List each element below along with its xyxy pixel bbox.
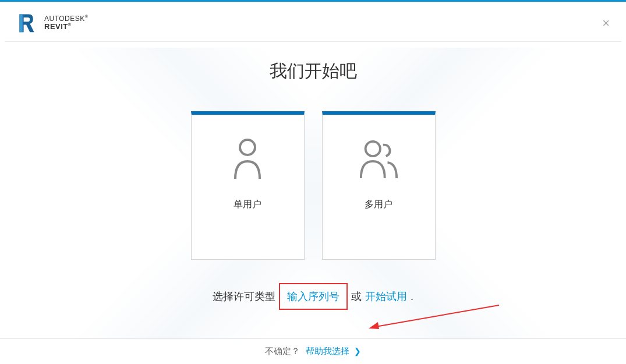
footer-unsure: 不确定？ (265, 346, 300, 356)
brand-revit: REVIT® (44, 23, 88, 31)
multi-user-label: 多用户 (365, 199, 392, 211)
close-icon[interactable]: × (602, 17, 610, 30)
svg-point-0 (240, 140, 255, 155)
main-content: 我们开始吧 单用户 多用户 选择许可类型 (0, 42, 626, 310)
svg-point-1 (366, 142, 380, 156)
license-or: 或 (351, 289, 362, 303)
chevron-right-icon: ❯ (354, 347, 361, 356)
license-type-row: 选择许可类型 输入序列号 或 开始试用. (0, 283, 626, 310)
annotation-highlight-box: 输入序列号 (279, 283, 348, 310)
license-prefix: 选择许可类型 (213, 289, 275, 303)
svg-marker-3 (369, 322, 379, 329)
header: AUTODESK® REVIT® × (0, 2, 626, 41)
enter-serial-link[interactable]: 输入序列号 (287, 291, 339, 302)
brand-autodesk: AUTODESK® (44, 15, 88, 23)
single-user-card[interactable]: 单用户 (191, 111, 305, 260)
help-me-choose-link[interactable]: 帮助我选择 (306, 346, 349, 356)
logo: AUTODESK® REVIT® (16, 12, 88, 33)
multi-user-icon (358, 136, 399, 182)
single-user-label: 单用户 (234, 199, 261, 211)
footer: 不确定？ 帮助我选择 ❯ (0, 338, 626, 364)
start-trial-link[interactable]: 开始试用 (365, 289, 407, 303)
single-user-icon (227, 136, 268, 182)
page-title: 我们开始吧 (0, 59, 626, 83)
multi-user-card[interactable]: 多用户 (322, 111, 436, 260)
license-cards: 单用户 多用户 (0, 111, 626, 260)
license-period: . (411, 291, 413, 303)
revit-logo-icon (16, 12, 37, 33)
